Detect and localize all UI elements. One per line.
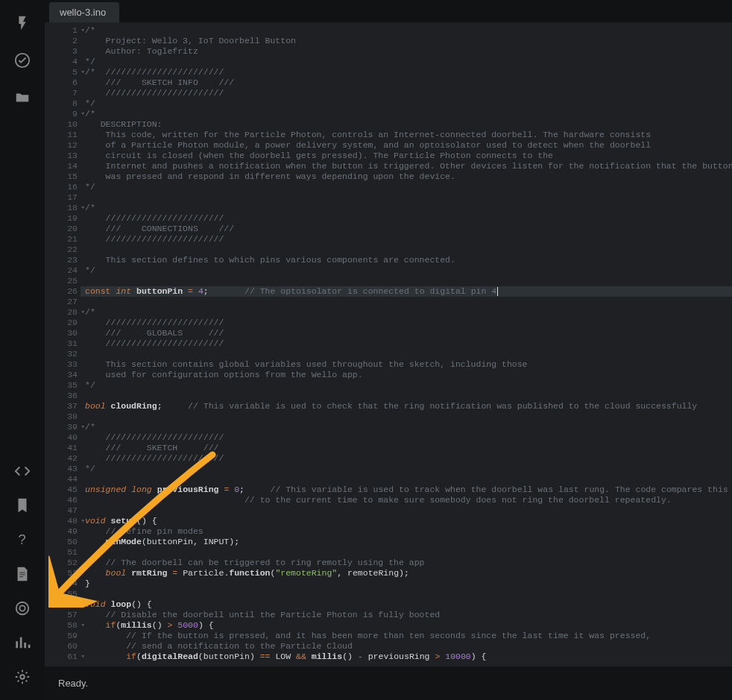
status-bar: Ready. bbox=[45, 666, 732, 700]
svg-text:?: ? bbox=[19, 532, 26, 547]
bookmark-icon[interactable] bbox=[14, 497, 31, 514]
code-area[interactable]: /* Project: Wello 3, IoT Doorbell Button… bbox=[81, 22, 732, 666]
help-icon[interactable]: ? bbox=[14, 532, 31, 548]
graph-icon[interactable] bbox=[14, 634, 31, 651]
svg-point-4 bbox=[20, 675, 25, 679]
target-icon[interactable] bbox=[14, 600, 31, 617]
svg-point-3 bbox=[19, 605, 25, 611]
main-area: wello-3.ino 1▾2345▾6789▾1011121314151617… bbox=[45, 0, 732, 700]
flash-icon[interactable] bbox=[14, 15, 31, 31]
folder-icon[interactable] bbox=[14, 89, 31, 106]
docs-icon[interactable] bbox=[14, 566, 31, 582]
line-gutter: 1▾2345▾6789▾101112131415161718▾192021222… bbox=[45, 22, 81, 666]
svg-point-2 bbox=[16, 602, 29, 615]
editor[interactable]: 1▾2345▾6789▾101112131415161718▾192021222… bbox=[45, 22, 732, 666]
code-icon[interactable] bbox=[14, 463, 31, 479]
sidebar: ? bbox=[0, 0, 45, 700]
status-text: Ready. bbox=[58, 678, 88, 689]
tab-bar: wello-3.ino bbox=[45, 0, 732, 22]
settings-icon[interactable] bbox=[14, 669, 31, 685]
tab-file[interactable]: wello-3.ino bbox=[49, 2, 119, 22]
verify-icon[interactable] bbox=[14, 52, 31, 69]
